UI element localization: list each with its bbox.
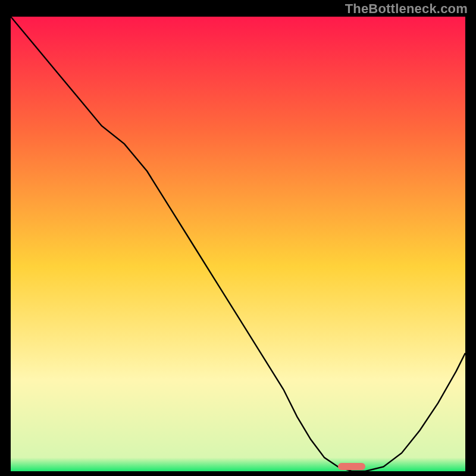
watermark-text: TheBottleneck.com — [345, 1, 468, 17]
chart-frame — [11, 17, 465, 471]
bottleneck-chart — [11, 17, 465, 471]
optimal-marker — [338, 463, 365, 470]
chart-background — [11, 17, 465, 471]
